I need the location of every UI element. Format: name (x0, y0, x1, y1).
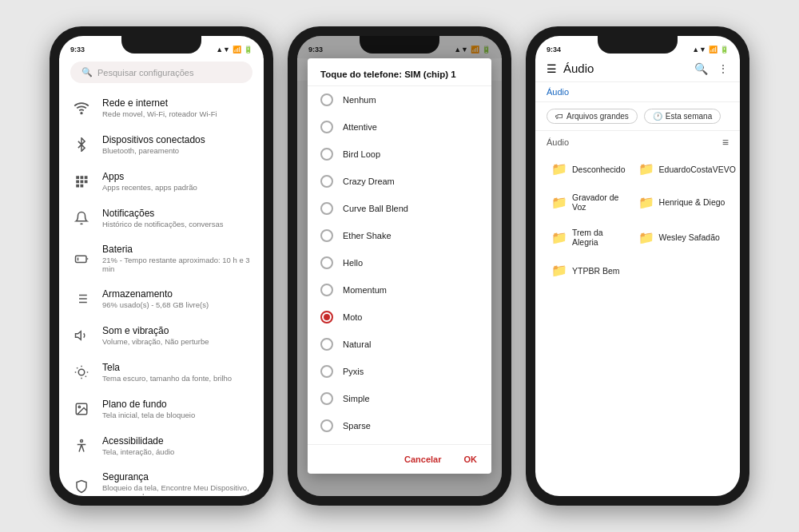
settings-item-som[interactable]: Som e vibração Volume, vibração, Não per… (59, 317, 264, 354)
som-subtitle: Volume, vibração, Não perturbe (102, 337, 209, 346)
svg-point-19 (78, 369, 85, 375)
settings-item-acessibilidade[interactable]: Acessibilidade Tela, interação, áudio (59, 427, 264, 464)
dialog-item-ethershake[interactable]: Ether Shake (308, 222, 491, 249)
folder-eduardovevo[interactable]: 📁 EduardoCostaVEVO (634, 155, 740, 183)
folder-name-henrique: Henrique & Diego (659, 197, 725, 207)
security-icon (70, 475, 93, 496)
folder-icon-trem: 📁 (551, 230, 567, 245)
dialog-label-momentum: Momentum (343, 285, 387, 295)
phone-3: 9:34 ▲▼ 📶 🔋 ☰ Áudio 🔍 ⋮ Áudio 🏷 (526, 26, 749, 506)
filter-week-label: Esta semana (666, 112, 712, 121)
settings-header: 🔍 Pesquisar configurações (59, 58, 264, 89)
apps-icon (70, 170, 93, 193)
dialog-list: Nenhum Attentive Bird Loop Crazy Dr (308, 86, 491, 444)
radio-simple (320, 392, 333, 405)
dialog-item-curveballblend[interactable]: Curve Ball Blend (308, 195, 491, 222)
folder-wesley[interactable]: 📁 Wesley Safadão (634, 221, 740, 253)
ok-button[interactable]: OK (459, 451, 483, 467)
settings-item-plano[interactable]: Plano de fundo Tela inicial, tela de blo… (59, 391, 264, 427)
dialog-item-attentive[interactable]: Attentive (308, 113, 491, 141)
audio-section-header: Áudio ≡ (535, 131, 740, 152)
audio-header-icons: 🔍 ⋮ (694, 62, 729, 75)
storage-icon (70, 288, 93, 310)
settings-item-tela[interactable]: Tela Tema escuro, tamanho da fonte, bril… (59, 354, 264, 391)
folder-ytpbr[interactable]: 📁 YTPBR Bem (547, 256, 630, 284)
svg-rect-7 (76, 185, 79, 188)
settings-item-armazenamento[interactable]: Armazenamento 96% usado(s) - 5,68 GB liv… (59, 280, 264, 317)
phone-3-screen: 9:34 ▲▼ 📶 🔋 ☰ Áudio 🔍 ⋮ Áudio 🏷 (535, 36, 740, 496)
plano-subtitle: Tela inicial, tela de bloqueio (102, 411, 195, 419)
som-title: Som e vibração (102, 325, 209, 336)
phone-1: 9:33 ▲▼ 📶 🔋 🔍 Pesquisar configurações (50, 26, 273, 506)
cancel-button[interactable]: Cancelar (400, 451, 446, 467)
filter-large-files[interactable]: 🏷 Arquivos grandes (547, 109, 638, 124)
time-1: 9:33 (70, 46, 85, 54)
acessibilidade-subtitle: Tela, interação, áudio (102, 447, 174, 456)
folder-trem[interactable]: 📁 Trem da Alegria (547, 221, 630, 253)
search-icon-1: 🔍 (81, 67, 93, 77)
dialog-item-natural[interactable]: Natural (308, 331, 491, 358)
dialog-item-moto[interactable]: Moto (308, 304, 491, 331)
settings-item-seguranca[interactable]: Segurança Bloqueio da tela, Encontre Meu… (59, 464, 264, 495)
radio-crazydream (320, 175, 333, 188)
dialog-item-momentum[interactable]: Momentum (308, 276, 491, 304)
radio-sparse (320, 419, 333, 432)
dialog-label-birdloop: Bird Loop (343, 149, 380, 159)
folder-gravador[interactable]: 📁 Gravador de Voz (547, 186, 630, 218)
svg-point-28 (81, 440, 83, 443)
radio-ethershake (320, 229, 333, 242)
radio-natural (320, 338, 333, 351)
armazenamento-text: Armazenamento 96% usado(s) - 5,68 GB liv… (102, 288, 209, 309)
settings-item-bateria[interactable]: Bateria 21% - Tempo restante aproximado:… (59, 236, 264, 280)
svg-rect-8 (81, 185, 84, 188)
seguranca-title: Segurança (102, 471, 252, 482)
dialog-item-birdloop[interactable]: Bird Loop (308, 141, 491, 168)
settings-search[interactable]: 🔍 Pesquisar configurações (70, 62, 252, 83)
notificacoes-text: Notificações Histórico de notificações, … (102, 208, 224, 228)
folder-henrique[interactable]: 📁 Henrique & Diego (634, 186, 740, 218)
settings-list: Rede e internet Rede movel, Wi-Fi, rotea… (59, 89, 264, 495)
settings-item-apps[interactable]: Apps Apps recentes, apps padrão (59, 163, 264, 200)
dialog-label-hello: Hello (343, 258, 363, 268)
plano-text: Plano de fundo Tela inicial, tela de blo… (102, 399, 195, 419)
tela-title: Tela (102, 362, 232, 373)
folder-name-desconhecido: Desconhecido (572, 165, 626, 174)
radio-attentive (320, 121, 333, 133)
tela-subtitle: Tema escuro, tamanho da fonte, brilho (102, 374, 232, 383)
notificacoes-subtitle: Histórico de notificações, conversas (102, 220, 224, 228)
filter-large-label: Arquivos grandes (566, 112, 629, 121)
menu-icon-3[interactable]: ☰ (547, 62, 557, 75)
folder-icon-henrique: 📁 (638, 195, 654, 210)
accessibility-icon (70, 435, 93, 457)
bateria-subtitle: 21% - Tempo restante aproximado: 10 h e … (102, 256, 252, 273)
dialog-item-hello[interactable]: Hello (308, 249, 491, 276)
audio-breadcrumb[interactable]: Áudio (535, 82, 740, 102)
bateria-text: Bateria 21% - Tempo restante aproximado:… (102, 244, 252, 273)
dialog-item-nenhum[interactable]: Nenhum (308, 86, 491, 113)
more-icon-3[interactable]: ⋮ (718, 62, 729, 75)
dialog-item-pyxis[interactable]: Pyxis (308, 358, 491, 385)
filter-this-week[interactable]: 🕐 Esta semana (644, 109, 721, 124)
search-icon-3[interactable]: 🔍 (694, 62, 708, 75)
notch-3 (598, 36, 678, 54)
dialog-label-pyxis: Pyxis (343, 367, 364, 376)
settings-item-rede[interactable]: Rede e internet Rede movel, Wi-Fi, rotea… (59, 89, 264, 126)
seguranca-subtitle: Bloqueio da tela, Encontre Meu Dispositi… (102, 483, 252, 495)
dialog-item-crazydream[interactable]: Crazy Dream (308, 168, 491, 195)
dialog-label-sparse: Sparse (343, 421, 371, 431)
phone-2-screen: 9:33 ▲▼ 📶 🔋 ← Som e vibração 🔍 ? Efeito … (297, 36, 502, 496)
audio-section-title: Áudio (547, 137, 569, 147)
ringtone-dialog: Toque do telefone: SIM (chip) 1 Nenhum A… (308, 58, 491, 474)
folder-name-eduardovevo: EduardoCostaVEVO (659, 165, 736, 174)
settings-item-notificacoes[interactable]: Notificações Histórico de notificações, … (59, 200, 264, 236)
dialog-item-simple[interactable]: Simple (308, 385, 491, 412)
bell-icon (70, 207, 93, 229)
settings-item-dispositivos[interactable]: Dispositivos conectados Bluetooth, parea… (59, 126, 264, 163)
radio-moto (320, 311, 333, 324)
folder-name-trem: Trem da Alegria (572, 228, 626, 247)
folder-name-ytpbr: YTPBR Bem (572, 266, 620, 276)
dialog-item-sparse[interactable]: Sparse (308, 412, 491, 439)
grid-icon[interactable]: ≡ (722, 136, 729, 149)
acessibilidade-title: Acessibilidade (102, 435, 174, 447)
folder-desconhecido[interactable]: 📁 Desconhecido (547, 155, 630, 183)
